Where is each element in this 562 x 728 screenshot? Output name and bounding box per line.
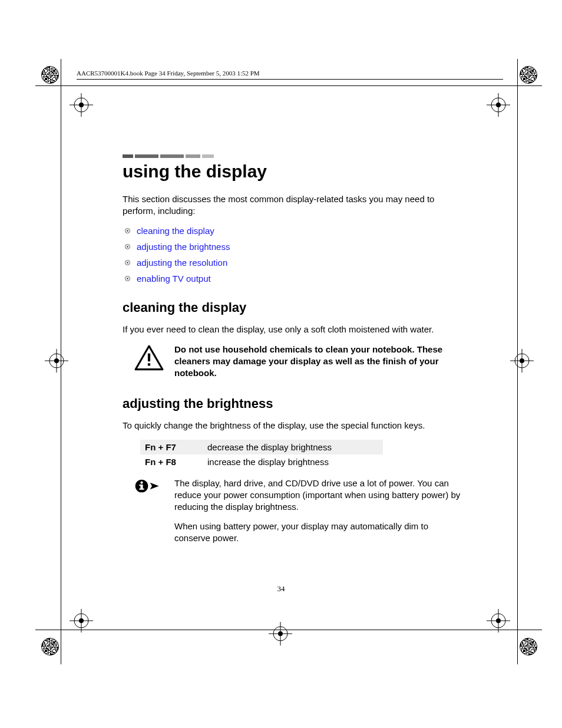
registration-mark-icon xyxy=(45,349,68,373)
info-text: The display, hard drive, and CD/DVD driv… xyxy=(174,477,464,552)
registration-mark-icon xyxy=(269,622,292,645)
svg-point-4 xyxy=(140,481,143,483)
header-rule xyxy=(77,79,503,80)
registration-mark-icon xyxy=(487,609,510,633)
registration-mark-icon xyxy=(510,349,534,373)
registration-mark-icon xyxy=(70,609,93,633)
frame-line xyxy=(517,59,518,664)
svg-rect-1 xyxy=(148,353,150,361)
info-icon xyxy=(134,477,164,552)
key-combo: Fn + F7 xyxy=(140,440,203,454)
registration-mark-icon xyxy=(70,93,93,117)
note-power: The display, hard drive, and CD/DVD driv… xyxy=(174,477,464,513)
warning-callout: Do not use household chemicals to clean … xyxy=(134,344,464,380)
heading-cleaning: cleaning the display xyxy=(123,300,464,315)
key-desc: decrease the display brightness xyxy=(203,440,383,454)
svg-marker-8 xyxy=(150,482,159,489)
warning-icon xyxy=(134,344,164,380)
running-header: AACR53700001K4.book Page 34 Friday, Sept… xyxy=(77,70,260,77)
corner-mark-icon xyxy=(520,638,537,655)
link-resolution[interactable]: adjusting the resolution xyxy=(137,258,464,268)
frame-line xyxy=(35,630,542,630)
page-number: 34 xyxy=(0,584,562,594)
table-row: Fn + F7 decrease the display brightness xyxy=(140,440,383,454)
key-desc: increase the display brightness xyxy=(203,454,383,469)
intro-paragraph: This section discusses the most common d… xyxy=(123,193,464,218)
svg-rect-6 xyxy=(139,485,141,486)
main-content: using the display This section discusses… xyxy=(123,152,464,558)
decorative-bars xyxy=(123,152,464,158)
key-combo: Fn + F8 xyxy=(140,454,203,469)
link-brightness[interactable]: adjusting the brightness xyxy=(137,242,464,252)
brightness-body: To quickly change the brightness of the … xyxy=(123,420,464,431)
svg-rect-7 xyxy=(139,488,144,489)
corner-mark-icon xyxy=(41,66,59,84)
brightness-keys-table: Fn + F7 decrease the display brightness … xyxy=(140,440,383,469)
note-dim: When using battery power, your display m… xyxy=(174,521,464,545)
registration-mark-icon xyxy=(487,93,510,117)
link-cleaning[interactable]: cleaning the display xyxy=(137,226,464,236)
info-callout: The display, hard drive, and CD/DVD driv… xyxy=(134,477,464,552)
frame-line xyxy=(61,59,61,664)
page-title: using the display xyxy=(123,162,464,182)
table-row: Fn + F8 increase the display brightness xyxy=(140,454,383,469)
corner-mark-icon xyxy=(520,66,537,84)
corner-mark-icon xyxy=(41,638,59,655)
topic-links: cleaning the display adjusting the brigh… xyxy=(123,226,464,284)
svg-rect-2 xyxy=(148,363,150,365)
frame-line xyxy=(35,85,542,86)
cleaning-body: If you ever need to clean the display, u… xyxy=(123,324,464,335)
link-tv-output[interactable]: enabling TV output xyxy=(137,274,464,284)
heading-brightness: adjusting the brightness xyxy=(123,396,464,411)
warning-text: Do not use household chemicals to clean … xyxy=(174,344,464,380)
